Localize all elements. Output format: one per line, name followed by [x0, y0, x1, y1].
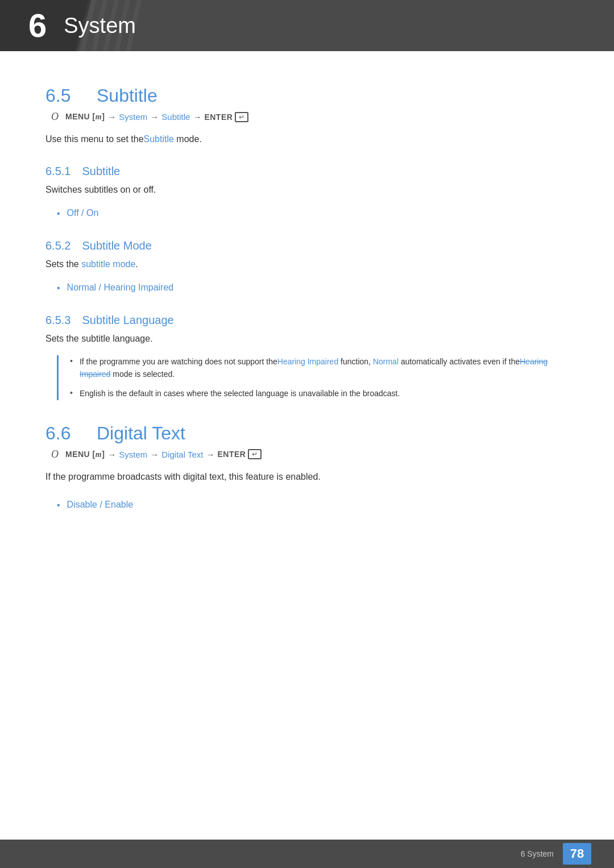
subsection-653-description: Sets the subtitle language. — [45, 331, 569, 346]
menu-icon-o-65: O — [51, 111, 59, 123]
subsection-652-title: Subtitle Mode — [82, 239, 151, 252]
section-66-description: If the programme broadcasts with digital… — [45, 470, 569, 484]
arrow3-66: → — [206, 450, 214, 459]
subsection-652-description: Sets the subtitle mode. — [45, 257, 569, 272]
subsection-651-number: 6.5.1 — [45, 165, 70, 178]
arrow2-66: → — [150, 450, 159, 459]
list-item: Off / On — [57, 206, 569, 221]
subsection-653-title: Subtitle Language — [82, 314, 173, 327]
option-normal-hearing: Normal / Hearing Impaired — [67, 280, 174, 295]
subsection-651-description: Switches subtitles on or off. — [45, 182, 569, 197]
menu-path-65: O MENU [m] → System → Subtitle → ENTER — [51, 111, 569, 123]
subsection-651-heading: 6.5.1 Subtitle — [45, 165, 569, 178]
hearing-impaired-link1: Hearing Impaired — [277, 357, 338, 366]
menu-digital-text-66: Digital Text — [161, 450, 203, 459]
option-off-on: Off / On — [67, 206, 99, 221]
section-66-title: Digital Text — [97, 423, 185, 444]
main-content: 6.5 Subtitle O MENU [m] → System → Subti… — [0, 51, 614, 564]
page-footer: 6 System 78 — [0, 840, 614, 868]
arrow1-66: → — [107, 450, 116, 459]
arrow2-65: → — [150, 112, 159, 122]
enter-icon-65 — [235, 112, 248, 122]
list-item: Disable / Enable — [57, 497, 569, 513]
subtitle-link-desc: Subtitle — [144, 134, 174, 144]
subsection-652-number: 6.5.2 — [45, 239, 70, 252]
subsection-651-options: Off / On — [57, 206, 569, 221]
menu-subtitle-65: Subtitle — [161, 112, 190, 122]
footer-section-label: 6 System — [521, 849, 554, 858]
menu-system-66: System — [119, 450, 147, 459]
list-item: Normal / Hearing Impaired — [57, 280, 569, 296]
section-65-description: Use this menu to set theSubtitle mode. — [45, 132, 569, 147]
note-item-2: English is the default in cases where th… — [70, 387, 569, 400]
option-disable-enable: Disable / Enable — [67, 497, 134, 512]
menu-icon-o-66: O — [51, 448, 59, 460]
menu-enter-66: ENTER — [217, 450, 246, 459]
subtitle-mode-link: subtitle mode — [81, 259, 135, 269]
menu-keyword-65: MENU [m] — [65, 112, 105, 122]
arrow3-65: → — [193, 112, 201, 122]
subsection-653-heading: 6.5.3 Subtitle Language — [45, 314, 569, 327]
menu-enter-65: ENTER — [204, 113, 233, 122]
subsection-652-options: Normal / Hearing Impaired — [57, 280, 569, 296]
section-66-number: 6.6 — [45, 423, 80, 444]
menu-path-66: O MENU [m] → System → Digital Text → ENT… — [51, 448, 569, 460]
normal-link: Normal — [373, 357, 399, 366]
section-66-options: Disable / Enable — [57, 497, 569, 513]
note-text-1: If the programme you are watching does n… — [80, 355, 569, 381]
section-65-heading: 6.5 Subtitle — [45, 85, 569, 106]
section-66-heading: 6.6 Digital Text — [45, 423, 569, 444]
section-65-title: Subtitle — [97, 85, 157, 106]
subsection-653-number: 6.5.3 — [45, 314, 70, 327]
enter-icon-66 — [248, 449, 262, 459]
chapter-number: 6 — [28, 9, 47, 42]
subsection-652-heading: 6.5.2 Subtitle Mode — [45, 239, 569, 252]
menu-keyword-66: MENU [m] — [65, 450, 105, 459]
note-box-653: If the programme you are watching does n… — [57, 355, 569, 400]
section-65-number: 6.5 — [45, 85, 80, 106]
arrow1-65: → — [107, 112, 116, 122]
menu-system-65: System — [119, 112, 147, 122]
note-text-2: English is the default in cases where th… — [80, 387, 400, 400]
note-item-1: If the programme you are watching does n… — [70, 355, 569, 381]
chapter-title: System — [64, 14, 136, 38]
page-number: 78 — [563, 843, 591, 865]
page-header: 6 System — [0, 0, 614, 51]
subsection-651-title: Subtitle — [82, 165, 120, 178]
